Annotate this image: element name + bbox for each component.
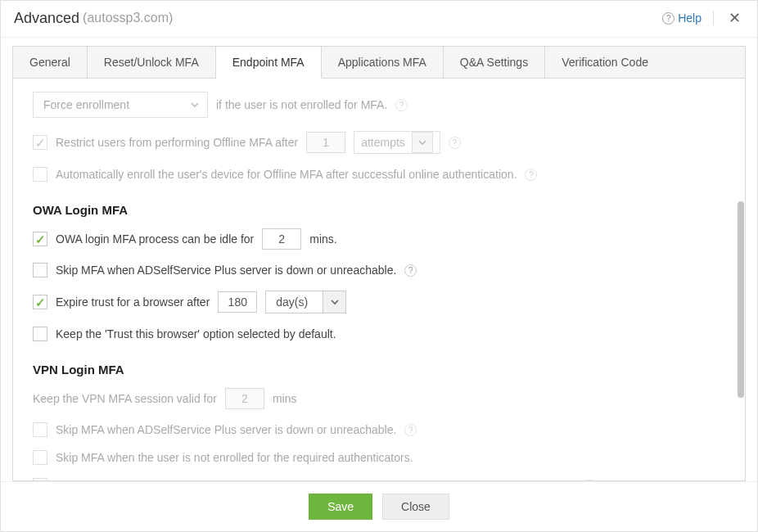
- tab-general[interactable]: General: [13, 47, 88, 78]
- close-button[interactable]: Close: [382, 494, 449, 520]
- divider: [713, 11, 714, 25]
- help-tooltip-icon[interactable]: ?: [404, 264, 417, 277]
- save-button[interactable]: Save: [309, 494, 372, 520]
- vpn-not-enrolled-label: Skip MFA when the user is not enrolled f…: [56, 451, 413, 464]
- owa-idle-checkbox[interactable]: ✓: [33, 232, 47, 246]
- chevron-down-icon: [183, 100, 207, 110]
- force-enrollment-suffix: if the user is not enrolled for MFA.: [216, 98, 387, 111]
- row-vpn-session: Keep the VPN MFA session valid for mins: [33, 381, 725, 416]
- force-enrollment-value: Force enrollment: [43, 98, 129, 111]
- vpn-attrs-label: Send additional attributes as a response…: [56, 479, 467, 481]
- owa-expire-value[interactable]: [218, 291, 257, 313]
- tab-bar: General Reset/Unlock MFA Endpoint MFA Ap…: [12, 46, 746, 79]
- button-bar: Save Close: [1, 481, 757, 531]
- row-restrict-offline: ✓ Restrict users from performing Offline…: [33, 124, 725, 160]
- restrict-offline-checkbox[interactable]: ✓: [33, 135, 47, 150]
- row-owa-skip: ✓ Skip MFA when ADSelfService Plus serve…: [33, 256, 725, 284]
- tab-endpoint-mfa[interactable]: Endpoint MFA: [216, 47, 322, 79]
- vpn-skip-label: Skip MFA when ADSelfService Plus server …: [56, 423, 396, 436]
- owa-idle-label-before: OWA login MFA process can be idle for: [56, 232, 254, 246]
- restrict-offline-unit: attempts: [361, 136, 405, 149]
- section-heading-vpn: VPN Login MFA: [33, 348, 725, 381]
- row-force-enrollment: Force enrollment if the user is not enro…: [33, 85, 725, 124]
- owa-trust-default-label: Keep the 'Trust this browser' option sel…: [56, 327, 336, 340]
- vpn-skip-checkbox[interactable]: ✓: [33, 422, 47, 437]
- tab-qa-settings[interactable]: Q&A Settings: [444, 47, 545, 78]
- owa-idle-label-after: mins.: [309, 232, 336, 246]
- chevron-down-icon: [323, 291, 345, 313]
- row-owa-expire: ✓ Expire trust for a browser after day(s…: [33, 284, 725, 320]
- owa-idle-value[interactable]: [262, 228, 301, 250]
- close-icon[interactable]: ✕: [725, 9, 744, 27]
- vpn-not-enrolled-checkbox[interactable]: ✓: [33, 450, 47, 465]
- auto-enroll-checkbox[interactable]: ✓: [33, 167, 47, 182]
- vpn-attrs-checkbox[interactable]: ✓: [33, 478, 47, 481]
- restrict-offline-label: Restrict users from performing Offline M…: [56, 136, 298, 149]
- owa-expire-checkbox[interactable]: ✓: [33, 295, 47, 309]
- help-tooltip-icon[interactable]: ?: [395, 99, 408, 111]
- row-owa-trust-default: ✓ Keep the 'Trust this browser' option s…: [33, 320, 725, 348]
- dialog-title: Advanced: [14, 10, 79, 27]
- row-vpn-skip: ✓ Skip MFA when ADSelfService Plus serve…: [33, 416, 725, 444]
- chevron-down-icon: [412, 132, 433, 153]
- owa-expire-unit-select[interactable]: day(s): [265, 291, 346, 313]
- tab-verification-code[interactable]: Verification Code: [545, 47, 665, 78]
- owa-skip-checkbox[interactable]: ✓: [33, 263, 47, 277]
- scrollbar[interactable]: [738, 79, 744, 428]
- help-link[interactable]: ? Help: [662, 11, 702, 25]
- configure-attributes-link[interactable]: Configure Attributes: [475, 479, 575, 481]
- row-vpn-attrs: ✓ Send additional attributes as a respon…: [33, 471, 725, 481]
- owa-trust-default-checkbox[interactable]: ✓: [33, 327, 47, 341]
- scrollbar-thumb[interactable]: [738, 201, 744, 398]
- help-tooltip-icon[interactable]: ?: [449, 137, 461, 149]
- owa-skip-label: Skip MFA when ADSelfService Plus server …: [56, 264, 396, 277]
- tab-panel-endpoint-mfa: Force enrollment if the user is not enro…: [12, 79, 746, 481]
- help-tooltip-icon[interactable]: ?: [584, 480, 596, 482]
- help-tooltip-icon[interactable]: ?: [404, 424, 417, 436]
- help-label: Help: [678, 11, 702, 25]
- vpn-session-value[interactable]: [225, 388, 264, 409]
- restrict-offline-unit-select[interactable]: attempts: [354, 131, 440, 154]
- row-owa-idle: ✓ OWA login MFA process can be idle for …: [33, 222, 725, 256]
- row-auto-enroll: ✓ Automatically enroll the user's device…: [33, 160, 725, 188]
- row-vpn-not-enrolled: ✓ Skip MFA when the user is not enrolled…: [33, 444, 725, 471]
- vpn-session-label-after: mins: [273, 392, 297, 405]
- dialog-domain: (autossp3.com): [83, 11, 173, 25]
- restrict-offline-count[interactable]: [306, 132, 345, 153]
- owa-expire-label: Expire trust for a browser after: [56, 295, 210, 309]
- force-enrollment-select[interactable]: Force enrollment: [33, 92, 208, 118]
- help-icon: ?: [662, 12, 675, 25]
- tab-applications-mfa[interactable]: Applications MFA: [322, 47, 444, 78]
- auto-enroll-label: Automatically enroll the user's device f…: [56, 168, 517, 181]
- owa-expire-unit: day(s): [266, 295, 323, 309]
- help-tooltip-icon[interactable]: ?: [525, 169, 537, 181]
- vpn-session-label-before: Keep the VPN MFA session valid for: [33, 392, 217, 405]
- dialog-advanced: Advanced (autossp3.com) ? Help ✕ General…: [0, 0, 758, 532]
- section-heading-owa: OWA Login MFA: [33, 188, 725, 222]
- titlebar: Advanced (autossp3.com) ? Help ✕: [1, 1, 757, 38]
- tab-reset-unlock-mfa[interactable]: Reset/Unlock MFA: [88, 47, 216, 78]
